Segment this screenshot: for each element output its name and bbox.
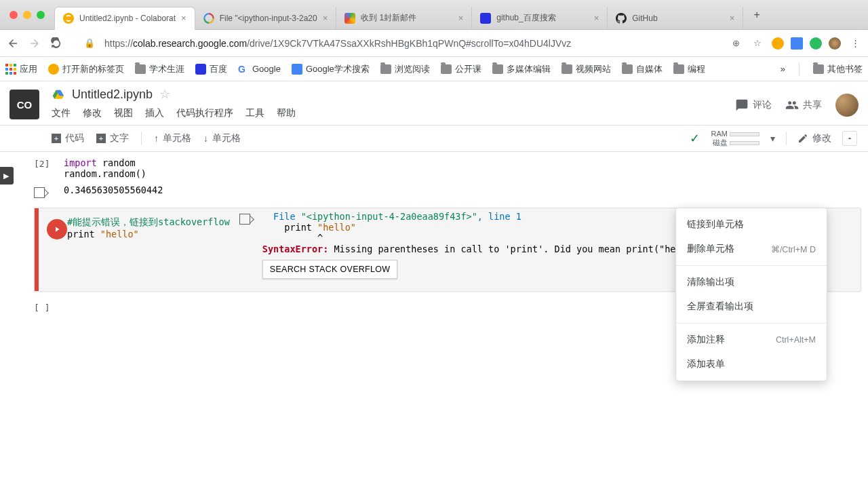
back-button[interactable] — [5, 36, 20, 51]
ctx-link-to-cell[interactable]: 链接到单元格 — [676, 212, 827, 237]
err-text: , line — [477, 211, 516, 222]
install-app-icon[interactable]: ⊕ — [728, 36, 743, 51]
ctx-add-comment[interactable]: 添加注释Ctrl+Alt+M — [676, 328, 827, 352]
disk-label: 磁盘 — [713, 138, 728, 147]
label: 单元格 — [212, 132, 241, 144]
menu-view[interactable]: 视图 — [114, 107, 133, 119]
folder-icon — [561, 64, 572, 74]
label: 全屏查看输出项 — [687, 301, 753, 313]
browser-tab[interactable]: GitHub × — [608, 7, 743, 30]
code-editor[interactable]: #能提示错误，链接到stackoverflow print "hello" — [67, 216, 230, 283]
menu-edit[interactable]: 修改 — [83, 107, 102, 119]
user-avatar[interactable] — [835, 94, 859, 117]
menu-runtime[interactable]: 代码执行程序 — [176, 107, 233, 119]
code-editor[interactable]: import random random.random() — [64, 157, 861, 179]
colab-logo[interactable]: CO — [9, 90, 39, 119]
bookmark-item[interactable]: 多媒体编辑 — [492, 63, 551, 75]
sidebar-expand-icon[interactable]: ▶ — [0, 167, 14, 185]
ext-icon[interactable] — [772, 37, 784, 50]
active-indicator — [35, 208, 39, 291]
drive-icon — [52, 88, 65, 100]
close-tab-icon[interactable]: × — [730, 13, 735, 23]
maximize-window-icon[interactable] — [37, 11, 45, 19]
bookmark-item[interactable]: 视频网站 — [561, 63, 611, 75]
notebook-toolbar: +代码 +文字 ↑单元格 ↓单元格 ✓ RAM 磁盘 ▾ 修改 — [0, 125, 868, 152]
bookmark-item[interactable]: GGoogle — [238, 64, 281, 75]
add-code-button[interactable]: +代码 — [52, 132, 84, 144]
star-icon[interactable]: ☆ — [159, 87, 170, 102]
browser-tab[interactable]: File "<ipython-input-3-2a20 × — [195, 7, 337, 30]
err-text: File — [262, 211, 301, 222]
move-cell-down-button[interactable]: ↓单元格 — [203, 132, 241, 144]
close-tab-icon[interactable]: × — [458, 13, 464, 23]
close-tab-icon[interactable]: × — [323, 13, 328, 23]
close-tab-icon[interactable]: × — [594, 13, 599, 23]
bookmark-item[interactable]: Google学术搜索 — [292, 63, 370, 75]
bookmark-item[interactable]: 浏览阅读 — [380, 63, 430, 75]
star-icon[interactable]: ☆ — [750, 36, 765, 51]
ctx-separator — [676, 265, 827, 266]
code-text: random.random() — [64, 168, 146, 179]
bookmark-item[interactable]: 打开新的标签页 — [48, 63, 124, 75]
resource-indicator[interactable]: RAM 磁盘 — [711, 130, 760, 147]
close-tab-icon[interactable]: × — [181, 13, 186, 23]
output-icon[interactable] — [34, 187, 45, 198]
forward-button[interactable] — [27, 36, 42, 51]
bookmarks-bar: 应用 打开新的标签页 学术生涯 百度 GGoogle Google学术搜索 浏览… — [0, 57, 868, 81]
move-cell-up-button[interactable]: ↑单元格 — [154, 132, 191, 144]
baidu-favicon — [480, 13, 491, 24]
bm-label: 浏览阅读 — [395, 63, 430, 75]
url-bar[interactable]: https://colab.research.google.com/drive/… — [104, 38, 722, 49]
search-stackoverflow-button[interactable]: SEARCH STACK OVERFLOW — [262, 260, 398, 279]
evernote-ext-icon[interactable] — [810, 37, 822, 50]
share-button[interactable]: 共享 — [785, 98, 822, 112]
ctx-fullscreen-output[interactable]: 全屏查看输出项 — [676, 294, 827, 319]
menu-tools[interactable]: 工具 — [245, 107, 264, 119]
menu-help[interactable]: 帮助 — [277, 107, 296, 119]
bookmark-item[interactable]: 公开课 — [441, 63, 481, 75]
bm-label: 其他书签 — [827, 63, 863, 75]
bookmark-item[interactable]: 自媒体 — [622, 63, 663, 75]
apps-shortcut[interactable]: 应用 — [5, 63, 37, 75]
minimize-window-icon[interactable] — [23, 11, 31, 19]
add-text-button[interactable]: +文字 — [96, 132, 129, 144]
google-favicon — [203, 13, 214, 24]
other-bookmarks[interactable]: 其他书签 — [813, 63, 863, 75]
ctx-delete-cell[interactable]: 删除单元格⌘/Ctrl+M D — [676, 237, 827, 261]
profile-avatar-icon[interactable] — [829, 37, 841, 50]
run-cell-button[interactable] — [47, 219, 67, 239]
code-cell[interactable]: [2] import random random.random() — [34, 155, 861, 182]
browser-tab[interactable]: Untitled2.ipynb - Colaborat × — [54, 7, 195, 30]
reload-button[interactable] — [49, 36, 64, 51]
ext-icon[interactable] — [791, 37, 803, 50]
new-tab-button[interactable]: + — [747, 5, 766, 24]
edit-button[interactable]: 修改 — [797, 132, 831, 144]
notebook-title[interactable]: Untitled2.ipynb — [72, 88, 153, 102]
kebab-menu-icon[interactable]: ⋮ — [848, 36, 863, 51]
close-window-icon[interactable] — [9, 11, 18, 19]
browser-tab[interactable]: github_百度搜索 × — [472, 7, 608, 30]
url-host: colab.research.google.com — [133, 38, 247, 49]
browser-tab[interactable]: 收到 1封新邮件 × — [336, 7, 472, 30]
label: 单元格 — [163, 132, 191, 144]
comment-button[interactable]: 评论 — [735, 98, 772, 112]
menu-file[interactable]: 文件 — [52, 107, 71, 119]
url-protocol: https:// — [104, 38, 133, 49]
resource-dropdown-icon[interactable]: ▾ — [770, 133, 775, 144]
ctx-clear-output[interactable]: 清除输出项 — [676, 270, 827, 294]
collapse-panel-icon[interactable] — [842, 131, 857, 146]
apps-icon — [5, 64, 16, 75]
menu-insert[interactable]: 插入 — [145, 107, 164, 119]
bookmark-item[interactable]: 编程 — [673, 63, 705, 75]
comment-label: 评论 — [753, 99, 772, 111]
folder-icon — [380, 64, 391, 74]
bookmark-item[interactable]: 学术生涯 — [135, 63, 184, 75]
ctx-add-form[interactable]: 添加表单 — [676, 352, 827, 376]
output-icon[interactable] — [239, 214, 250, 225]
bookmarks-overflow[interactable]: » — [781, 64, 785, 74]
bookmark-item[interactable]: 百度 — [195, 63, 227, 75]
colab-header: CO Untitled2.ipynb ☆ 文件 修改 视图 插入 代码执行程序 … — [0, 81, 868, 125]
window-controls — [0, 11, 54, 19]
folder-icon — [813, 64, 824, 74]
mail-favicon — [344, 13, 355, 24]
